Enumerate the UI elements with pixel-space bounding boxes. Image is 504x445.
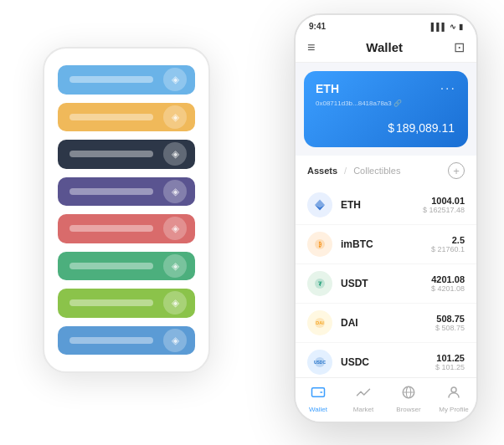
card-strip-7: ◈ (58, 289, 195, 318)
card-strip-1: ◈ (58, 65, 195, 95)
svg-point-14 (451, 387, 456, 392)
tab-collectibles[interactable]: Collectibles (353, 166, 400, 176)
usdc-asset-icon: USDC (307, 350, 332, 375)
usdt-usd: $ 4201.08 (431, 284, 465, 293)
card-icon-7: ◈ (163, 291, 187, 315)
card-icon-8: ◈ (163, 329, 187, 352)
eth-card-menu-icon[interactable]: ··· (440, 81, 456, 96)
currency-symbol: $ (388, 121, 394, 135)
card-icon-5: ◈ (163, 217, 187, 240)
card-strip-2: ◈ (58, 103, 195, 132)
usdc-asset-name: USDC (341, 356, 435, 368)
add-asset-button[interactable]: + (448, 162, 465, 179)
page-title: Wallet (366, 40, 403, 54)
tab-assets[interactable]: Assets (307, 166, 337, 176)
menu-icon[interactable]: ≡ (307, 40, 315, 55)
usdc-amount: 101.25 (435, 353, 465, 363)
profile-nav-icon (446, 385, 461, 404)
eth-address: 0x08711d3b...8418a78a3 🔗 (316, 100, 456, 107)
svg-text:USDC: USDC (314, 360, 327, 365)
market-nav-icon (356, 385, 371, 404)
card-icon-3: ◈ (163, 142, 187, 166)
card-strip-4: ◈ (58, 177, 195, 207)
phone-header: ≡ Wallet ⊡ (296, 34, 476, 63)
eth-asset-name: ETH (341, 199, 423, 211)
card-icon-1: ◈ (163, 68, 187, 91)
market-nav-label: Market (353, 406, 373, 413)
eth-asset-icon (307, 192, 332, 217)
browser-nav-label: Browser (396, 406, 420, 413)
app-scene: ◈ ◈ ◈ ◈ ◈ ◈ ◈ ◈ (18, 13, 486, 432)
usdt-asset-name: USDT (341, 278, 431, 289)
assets-tabs: Assets / Collectibles (307, 166, 400, 176)
usdt-amount: 4201.08 (431, 274, 465, 284)
dai-asset-name: DAI (341, 317, 435, 329)
dai-usd: $ 508.75 (435, 324, 465, 332)
eth-symbol: ETH (316, 82, 339, 95)
wallet-nav-label: Wallet (309, 406, 327, 413)
asset-item-usdc[interactable]: USDC USDC 101.25 $ 101.25 (296, 343, 476, 377)
status-icons: ▌▌▌ ∿ ▮ (431, 23, 463, 31)
eth-card: ETH ··· 0x08711d3b...8418a78a3 🔗 $189,08… (304, 71, 468, 147)
front-phone: 9:41 ▌▌▌ ∿ ▮ ≡ Wallet ⊡ ETH ··· 0x08711d… (294, 13, 478, 423)
dai-amounts: 508.75 $ 508.75 (435, 314, 465, 332)
svg-text:DAI: DAI (316, 320, 324, 325)
nav-browser[interactable]: Browser (386, 385, 431, 413)
card-strip-6: ◈ (58, 252, 195, 281)
browser-nav-icon (401, 385, 416, 404)
usdt-asset-icon: ₮ (307, 271, 332, 296)
eth-amount: 1004.01 (423, 196, 465, 206)
eth-usd: $ 162517.48 (423, 206, 465, 214)
asset-item-dai[interactable]: DAI DAI 508.75 $ 508.75 (296, 304, 476, 343)
bottom-nav: Wallet Market Browser My Profile (296, 377, 476, 422)
usdt-amounts: 4201.08 $ 4201.08 (431, 274, 465, 293)
card-strip-3: ◈ (58, 140, 195, 169)
time-display: 9:41 (309, 22, 326, 31)
card-icon-2: ◈ (163, 105, 187, 129)
eth-amounts: 1004.01 $ 162517.48 (423, 196, 465, 214)
asset-item-imbtc[interactable]: ₿ imBTC 2.5 $ 21760.1 (296, 225, 476, 264)
usdc-amounts: 101.25 $ 101.25 (435, 353, 465, 371)
imbtc-asset-name: imBTC (341, 238, 431, 250)
card-strip-5: ◈ (58, 214, 195, 243)
eth-card-header: ETH ··· (316, 81, 456, 96)
nav-profile[interactable]: My Profile (431, 385, 476, 413)
asset-item-eth[interactable]: ETH 1004.01 $ 162517.48 (296, 186, 476, 225)
svg-text:₿: ₿ (318, 241, 321, 248)
signal-icon: ▌▌▌ (431, 23, 447, 31)
imbtc-amount: 2.5 (431, 235, 465, 245)
tab-divider: / (344, 166, 347, 176)
imbtc-asset-icon: ₿ (307, 232, 332, 257)
imbtc-amounts: 2.5 $ 21760.1 (431, 235, 465, 253)
assets-header: Assets / Collectibles + (296, 156, 476, 186)
phone-body: ETH ··· 0x08711d3b...8418a78a3 🔗 $189,08… (296, 63, 476, 377)
status-bar: 9:41 ▌▌▌ ∿ ▮ (296, 15, 476, 34)
scan-icon[interactable]: ⊡ (454, 39, 465, 55)
eth-balance: $189,089.11 (316, 115, 456, 137)
card-icon-4: ◈ (163, 180, 187, 203)
background-phone: ◈ ◈ ◈ ◈ ◈ ◈ ◈ ◈ (43, 47, 210, 373)
nav-wallet[interactable]: Wallet (296, 385, 341, 413)
profile-nav-label: My Profile (439, 406, 469, 413)
card-strip-8: ◈ (58, 326, 195, 355)
battery-icon: ▮ (459, 23, 463, 31)
imbtc-usd: $ 21760.1 (431, 245, 465, 253)
nav-market[interactable]: Market (341, 385, 386, 413)
dai-asset-icon: DAI (307, 310, 332, 335)
wallet-nav-icon (311, 385, 326, 404)
asset-item-usdt[interactable]: ₮ USDT 4201.08 $ 4201.08 (296, 264, 476, 304)
card-icon-6: ◈ (163, 254, 187, 278)
asset-list: ETH 1004.01 $ 162517.48 ₿ imBTC 2.5 $ 21… (296, 186, 476, 377)
wifi-icon: ∿ (450, 23, 456, 31)
dai-amount: 508.75 (435, 314, 465, 324)
usdc-usd: $ 101.25 (435, 363, 465, 371)
